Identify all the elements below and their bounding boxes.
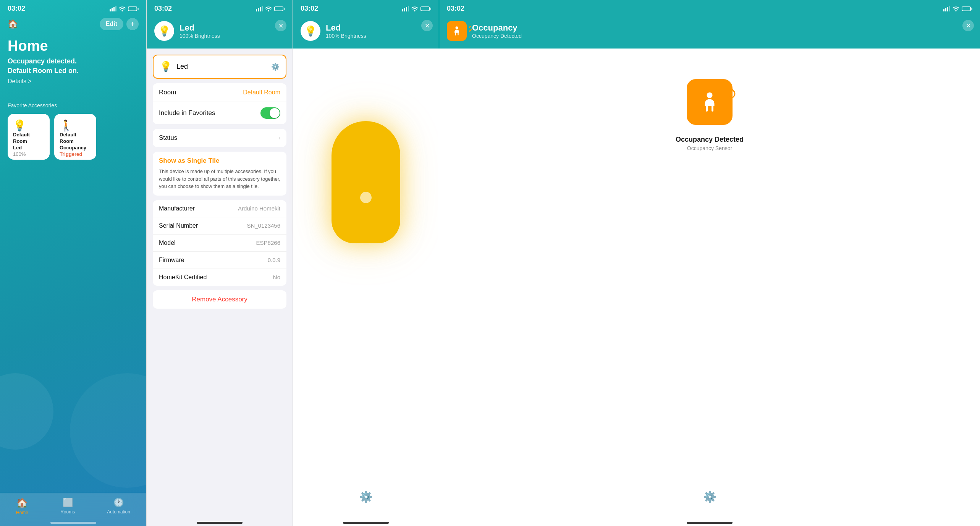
settings-gear-button-p3[interactable]: ⚙️	[359, 490, 373, 503]
serial-value: SN_0123456	[247, 222, 280, 229]
svg-rect-24	[949, 6, 950, 11]
tab-automation[interactable]: 🕐 Automation	[107, 498, 130, 515]
firmware-value: 0.0.9	[268, 257, 280, 263]
occ-header-subtitle: Occupancy Detected	[472, 33, 522, 39]
wifi-icon-p4	[953, 6, 959, 11]
tab-home[interactable]: 🏠 Home	[16, 498, 28, 515]
manufacturer-label: Manufacturer	[159, 205, 195, 212]
occupancy-person-icon	[451, 26, 462, 36]
tab-rooms[interactable]: ⬜ Rooms	[60, 498, 75, 515]
occ-large-icon[interactable]	[687, 79, 733, 125]
svg-rect-20	[421, 7, 429, 10]
favorites-row[interactable]: Include in Favorites	[153, 102, 286, 124]
close-button-p4[interactable]: ✕	[962, 20, 974, 31]
status-bar-panel1: 03:02	[0, 0, 146, 15]
bulb-header-subtitle: 100% Brightness	[326, 33, 366, 39]
settings-card-room: Room Default Room Include in Favorites	[153, 83, 286, 124]
led-header-text: Led 100% Brightness	[180, 23, 220, 39]
home-title: Home	[0, 34, 146, 57]
close-button-p2[interactable]: ✕	[275, 20, 286, 31]
homekit-label: HomeKit Certified	[159, 274, 207, 281]
status-icons-panel4	[943, 6, 972, 11]
status-row[interactable]: Status ›	[153, 129, 286, 147]
tile-occupancy-icon: 🚶	[60, 119, 91, 132]
details-link[interactable]: Details >	[0, 76, 146, 87]
svg-point-28	[456, 26, 458, 29]
add-button[interactable]: +	[126, 18, 139, 30]
home-nav: 🏠 Edit +	[0, 15, 146, 34]
room-row[interactable]: Room Default Room	[153, 83, 286, 102]
svg-rect-27	[962, 7, 970, 10]
bulb-visual[interactable]	[332, 121, 400, 243]
bottom-tab-bar: 🏠 Home ⬜ Rooms 🕐 Automation	[0, 493, 146, 526]
favorites-section: Favorite Accessories 💡 Default RoomLed 1…	[0, 87, 146, 163]
time-panel1: 03:02	[8, 5, 25, 13]
remove-accessory-button[interactable]: Remove Accessory	[153, 290, 286, 309]
svg-rect-0	[110, 9, 111, 11]
svg-rect-16	[406, 7, 407, 11]
status-icons-panel3	[402, 6, 431, 11]
bulb-icon-header: 💡	[158, 25, 170, 37]
svg-rect-15	[404, 8, 405, 11]
show-single-tile-title[interactable]: Show as Single Tile	[153, 152, 286, 166]
room-value: Default Room	[243, 89, 280, 96]
tile-led-status: 100%	[13, 151, 44, 157]
tile-occupancy-name: Default RoomOccupancy	[60, 132, 91, 151]
svg-rect-23	[947, 7, 948, 11]
led-name-card[interactable]: 💡 Led ⚙️	[153, 55, 286, 79]
occ-signal-arcs	[467, 24, 472, 32]
tile-led[interactable]: 💡 Default RoomLed 100%	[8, 114, 50, 160]
homekit-value: No	[273, 274, 280, 280]
panel-led: 03:02 💡 Led 100%	[146, 0, 293, 526]
bg-decoration-1	[0, 373, 53, 450]
firmware-row: Firmware 0.0.9	[153, 252, 286, 269]
room-label: Room	[159, 89, 176, 96]
battery-icon-p3	[420, 6, 431, 11]
favorites-toggle[interactable]	[260, 107, 280, 119]
svg-rect-19	[430, 8, 431, 10]
bulb-header-icon: 💡	[304, 25, 317, 37]
settings-gear-button-p4[interactable]: ⚙️	[703, 490, 716, 503]
edit-button[interactable]: Edit	[100, 18, 123, 30]
time-panel3: 03:02	[301, 5, 318, 13]
led-header-icon: 💡	[154, 21, 174, 41]
svg-rect-6	[129, 7, 137, 10]
serial-row: Serial Number SN_0123456	[153, 217, 286, 235]
led-bulb-icon: 💡	[160, 61, 172, 73]
notification-line2: Default Room Led on.	[8, 66, 139, 76]
battery-icon-p2	[274, 6, 285, 11]
led-sheet-content: 💡 Led ⚙️ Room Default Room Include in Fa…	[147, 49, 293, 315]
svg-rect-8	[258, 8, 259, 11]
tile-led-icon: 💡	[13, 119, 44, 132]
status-bar-panel3: 03:02	[293, 0, 439, 15]
home-indicator-p3	[343, 522, 389, 524]
tab-home-icon: 🏠	[16, 498, 28, 508]
tile-occupancy[interactable]: 🚶 Default RoomOccupancy Triggered	[54, 114, 96, 160]
svg-point-29	[707, 92, 713, 98]
show-single-tile-desc: This device is made up of multiple acces…	[153, 166, 286, 196]
tile-led-name: Default RoomLed	[13, 132, 44, 151]
status-bar-panel4: 03:02	[439, 0, 980, 15]
tab-automation-label: Automation	[107, 509, 130, 515]
favorites-label: Favorite Accessories	[8, 102, 139, 108]
svg-rect-5	[137, 8, 139, 10]
battery-icon-p4	[962, 6, 972, 11]
occ-content: Occupancy Detected Occupancy Sensor	[439, 49, 980, 182]
status-icons-panel2	[256, 6, 285, 11]
bulb-header-title: Led	[326, 23, 366, 33]
serial-label: Serial Number	[159, 222, 198, 229]
svg-rect-17	[408, 6, 409, 11]
led-name-text: Led	[176, 63, 267, 71]
svg-rect-12	[284, 8, 285, 10]
manufacturer-row: Manufacturer Arduino Homekit	[153, 200, 286, 217]
occ-sheet-header: Occupancy Occupancy Detected	[439, 15, 980, 49]
homekit-row: HomeKit Certified No	[153, 269, 286, 286]
svg-rect-9	[260, 7, 261, 11]
svg-rect-10	[262, 6, 263, 11]
close-button-p3[interactable]: ✕	[421, 20, 433, 31]
led-title: Led	[180, 23, 220, 33]
wifi-icon-p2	[265, 6, 272, 11]
svg-rect-7	[256, 9, 257, 11]
status-label: Status	[159, 134, 177, 142]
model-label: Model	[159, 240, 176, 246]
